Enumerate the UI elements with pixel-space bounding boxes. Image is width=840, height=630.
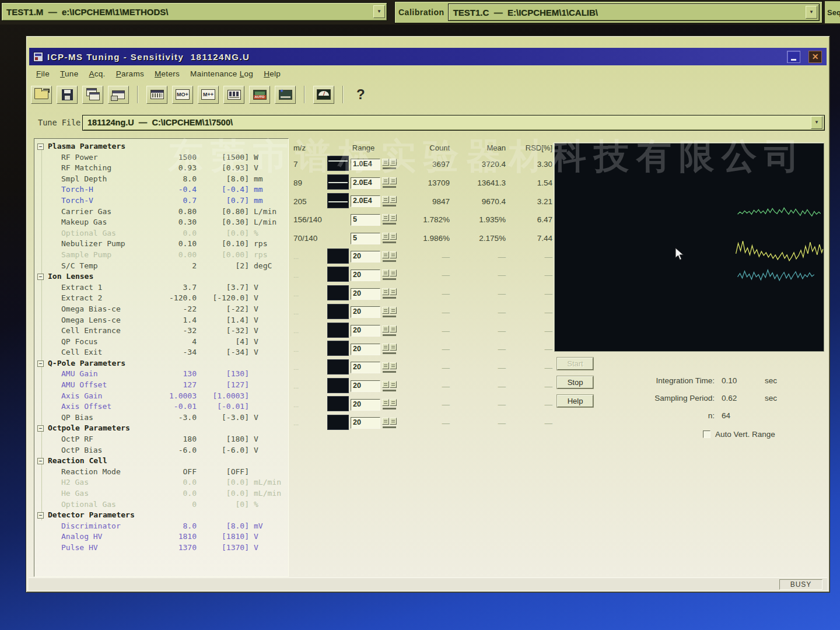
- spinner-up-button[interactable]: [390, 251, 397, 258]
- param-row[interactable]: Makeup Gas0.30[0.30]L/min: [36, 217, 288, 228]
- collapse-icon[interactable]: −: [37, 360, 44, 367]
- title-bar[interactable]: ICP-MS Tuning - Sensitivity 181124NG.U ✕: [29, 48, 827, 65]
- collapse-icon[interactable]: −: [37, 512, 44, 519]
- spinner-down-button[interactable]: [382, 288, 389, 295]
- spinner-up-button[interactable]: [390, 381, 397, 388]
- spinner-up-button[interactable]: [390, 399, 397, 406]
- param-row[interactable]: OctP RF180[180]V: [36, 434, 288, 445]
- param-row[interactable]: AMU Gain130[130]: [36, 369, 288, 380]
- range-input[interactable]: 20: [351, 306, 380, 318]
- menu-help[interactable]: Help: [258, 68, 286, 79]
- spinner-down-button[interactable]: [382, 381, 389, 388]
- menu-tune[interactable]: Tune: [55, 68, 83, 79]
- method-dropdown-arrow-icon[interactable]: ▼: [373, 5, 385, 18]
- param-row[interactable]: H2 Gas0.0[0.0]mL/min: [36, 477, 288, 488]
- param-row[interactable]: Axis Gain1.0003[1.0003]: [36, 391, 288, 402]
- param-row[interactable]: Nebulizer Pump0.10[0.10]rps: [36, 239, 288, 250]
- spinner-down-button[interactable]: [382, 270, 389, 276]
- spinner-up-button[interactable]: [390, 196, 397, 203]
- spinner-up-button[interactable]: [390, 214, 397, 221]
- range-input[interactable]: 5: [351, 233, 380, 244]
- param-row[interactable]: OctP Bias-6.0[-6.0]V: [36, 445, 288, 456]
- tune-file-dropdown-arrow-icon[interactable]: ▼: [811, 116, 822, 129]
- save-tune-file-button[interactable]: [57, 86, 78, 104]
- stop-button[interactable]: Stop: [557, 376, 593, 388]
- autotune-button[interactable]: [249, 86, 270, 104]
- param-row[interactable]: Cell Exit-34[-34]V: [36, 347, 288, 358]
- param-row[interactable]: Omega Bias-ce-22[-22]V: [36, 304, 288, 315]
- spinner-up-button[interactable]: [390, 233, 397, 240]
- param-row[interactable]: Torch-V0.7[0.7]mm: [36, 195, 288, 206]
- spinner-down-button[interactable]: [382, 214, 389, 221]
- param-row[interactable]: Optional Gas0[0]%: [36, 499, 288, 510]
- sensitivity-window-button[interactable]: [146, 86, 167, 104]
- help-button[interactable]: Help: [557, 395, 593, 407]
- param-row[interactable]: RF Power1500[1500]W: [36, 152, 288, 163]
- spinner-up-button[interactable]: [390, 159, 397, 166]
- help-icon[interactable]: ?: [352, 86, 370, 103]
- param-row[interactable]: Optional Gas0.0[0.0]%: [36, 228, 288, 239]
- spinner-up-button[interactable]: [390, 288, 397, 295]
- spinner-up-button[interactable]: [390, 418, 397, 425]
- range-input[interactable]: 20: [351, 380, 380, 392]
- spinner-down-button[interactable]: [382, 177, 389, 184]
- auto-vert-range-checkbox[interactable]: [703, 430, 710, 438]
- spinner-down-button[interactable]: [382, 344, 389, 351]
- image-window-button[interactable]: [275, 86, 296, 104]
- range-input[interactable]: 20: [351, 417, 380, 429]
- collapse-icon[interactable]: −: [37, 274, 44, 280]
- range-input[interactable]: 20: [351, 325, 380, 337]
- param-row[interactable]: Omega Lens-ce1.4[1.4]V: [36, 315, 288, 326]
- tune-file-selector[interactable]: 181124ng.U — C:\ICPCHEM\1\7500\ ▼: [82, 115, 825, 131]
- param-row[interactable]: S/C Temp2[2]degC: [36, 261, 288, 272]
- calibration-selector[interactable]: TEST1.C — E:\ICPCHEM\1\CALIB\ ▼: [448, 4, 820, 21]
- param-row[interactable]: Smpl Depth8.0[8.0]mm: [36, 174, 288, 185]
- minimize-button[interactable]: [787, 51, 800, 63]
- param-row[interactable]: RF Matching0.93[0.93]V: [36, 163, 288, 174]
- menu-file[interactable]: File: [31, 68, 55, 79]
- param-row[interactable]: Extract 13.7[3.7]V: [36, 282, 288, 293]
- range-input[interactable]: 1.0E4: [351, 159, 380, 170]
- spinner-down-button[interactable]: [382, 307, 389, 314]
- range-input[interactable]: 20: [351, 251, 380, 262]
- spinner-up-button[interactable]: [390, 362, 397, 369]
- spinner-down-button[interactable]: [382, 196, 389, 203]
- calibration-dropdown-arrow-icon[interactable]: ▼: [806, 6, 817, 19]
- spectrum-window-button[interactable]: [223, 86, 244, 104]
- print-window-button[interactable]: [108, 86, 129, 104]
- range-input[interactable]: 2.0E4: [351, 177, 380, 189]
- collapse-icon[interactable]: −: [37, 425, 44, 432]
- param-row[interactable]: Carrier Gas0.80[0.80]L/min: [36, 206, 288, 218]
- meters-button[interactable]: [313, 86, 334, 104]
- start-button[interactable]: Start: [557, 358, 593, 370]
- spinner-up-button[interactable]: [390, 177, 397, 184]
- oxide-ratio-button[interactable]: MO+: [172, 86, 193, 104]
- spinner-down-button[interactable]: [382, 233, 389, 240]
- doubly-charged-button[interactable]: M++: [198, 86, 219, 104]
- spinner-down-button[interactable]: [382, 362, 389, 369]
- method-selector[interactable]: TEST1.M — e:\ICPCHEM\1\METHODS\ ▼: [1, 2, 387, 21]
- spinner-up-button[interactable]: [390, 270, 397, 276]
- range-input[interactable]: 20: [351, 344, 380, 355]
- menu-maintenance-log[interactable]: Maintenance Log: [185, 68, 258, 79]
- spinner-down-button[interactable]: [382, 399, 389, 406]
- param-row[interactable]: Axis Offset-0.01[-0.01]: [36, 401, 288, 412]
- param-row[interactable]: AMU Offset127[127]: [36, 380, 288, 391]
- param-row[interactable]: QP Bias-3.0[-3.0]V: [36, 412, 288, 424]
- param-row[interactable]: Discriminator8.0[8.0]mV: [36, 521, 288, 532]
- menu-acq-[interactable]: Acq.: [83, 68, 110, 79]
- menu-params[interactable]: Params: [111, 68, 149, 79]
- close-button[interactable]: ✕: [808, 51, 822, 63]
- range-input[interactable]: 20: [351, 399, 380, 411]
- copy-window-button[interactable]: [82, 86, 103, 104]
- range-input[interactable]: 2.0E4: [351, 195, 380, 207]
- collapse-icon[interactable]: −: [37, 144, 44, 150]
- open-file-button[interactable]: [31, 86, 52, 104]
- spinner-down-button[interactable]: [382, 251, 389, 258]
- range-input[interactable]: 20: [351, 288, 380, 300]
- range-input[interactable]: 20: [351, 362, 380, 373]
- range-input[interactable]: 20: [351, 270, 380, 281]
- range-input[interactable]: 5: [351, 214, 380, 226]
- spinner-up-button[interactable]: [390, 326, 397, 332]
- param-row[interactable]: Torch-H-0.4[-0.4]mm: [36, 184, 288, 195]
